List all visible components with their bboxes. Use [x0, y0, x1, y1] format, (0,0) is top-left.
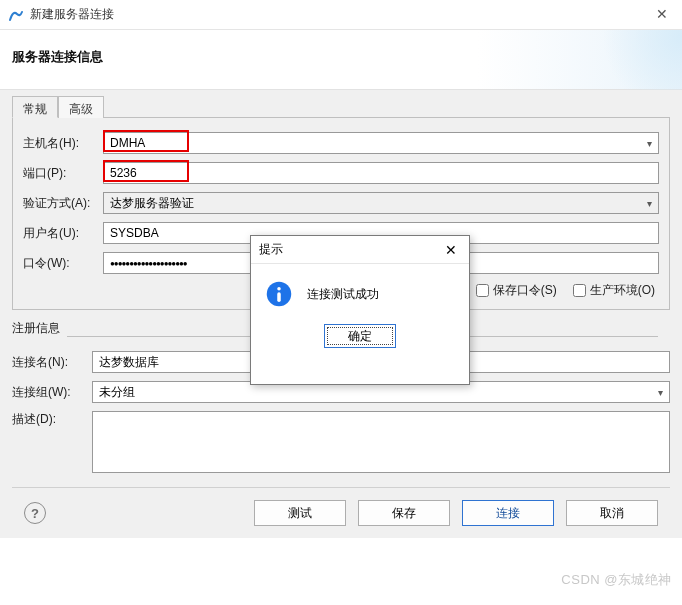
cancel-button[interactable]: 取消	[566, 500, 658, 526]
message-dialog: 提示 ✕ 连接测试成功 确定	[250, 235, 470, 385]
save-button[interactable]: 保存	[358, 500, 450, 526]
chevron-down-icon: ▾	[647, 138, 652, 149]
button-bar: ? 测试 保存 连接 取消	[12, 488, 670, 538]
info-icon	[265, 280, 293, 308]
tab-advanced[interactable]: 高级	[58, 96, 104, 118]
dialog-body: 连接测试成功	[251, 264, 469, 318]
row-host: 主机名(H): DMHA ▾	[23, 132, 659, 154]
save-password-input[interactable]	[476, 284, 489, 297]
tab-general[interactable]: 常规	[12, 96, 58, 118]
connect-button[interactable]: 连接	[462, 500, 554, 526]
port-field[interactable]	[103, 162, 659, 184]
watermark: CSDN @东城绝神	[561, 571, 672, 589]
password-label: 口令(W):	[23, 255, 103, 272]
svg-rect-2	[277, 292, 281, 302]
row-description: 描述(D):	[12, 411, 670, 473]
dialog-footer: 确定	[251, 318, 469, 360]
app-icon	[8, 7, 24, 23]
tabs: 常规 高级	[12, 96, 670, 118]
ok-button[interactable]: 确定	[324, 324, 396, 348]
header-area: 服务器连接信息	[0, 30, 682, 90]
help-button[interactable]: ?	[24, 502, 46, 524]
row-auth: 验证方式(A): 达梦服务器验证 ▾	[23, 192, 659, 214]
chevron-down-icon: ▾	[658, 387, 663, 398]
dialog-message: 连接测试成功	[307, 286, 379, 303]
auth-select[interactable]: 达梦服务器验证 ▾	[103, 192, 659, 214]
description-field[interactable]	[92, 411, 670, 473]
close-icon[interactable]: ✕	[652, 6, 672, 22]
title-bar: 新建服务器连接 ✕	[0, 0, 682, 30]
conn-group-value: 未分组	[99, 384, 135, 401]
window-title: 新建服务器连接	[30, 6, 114, 23]
row-port: 端口(P):	[23, 162, 659, 184]
host-value: DMHA	[110, 136, 145, 150]
close-icon[interactable]: ✕	[441, 242, 461, 258]
svg-rect-1	[277, 287, 281, 291]
prod-env-input[interactable]	[573, 284, 586, 297]
save-password-label: 保存口令(S)	[493, 282, 557, 299]
conn-group-label: 连接组(W):	[12, 384, 92, 401]
save-password-checkbox[interactable]: 保存口令(S)	[476, 282, 557, 299]
auth-label: 验证方式(A):	[23, 195, 103, 212]
conn-name-label: 连接名(N):	[12, 354, 92, 371]
dialog-titlebar: 提示 ✕	[251, 236, 469, 264]
port-label: 端口(P):	[23, 165, 103, 182]
register-group-title: 注册信息	[12, 321, 62, 335]
user-label: 用户名(U):	[23, 225, 103, 242]
test-button[interactable]: 测试	[254, 500, 346, 526]
auth-value: 达梦服务器验证	[110, 195, 194, 212]
description-label: 描述(D):	[12, 411, 92, 428]
chevron-down-icon: ▾	[647, 198, 652, 209]
dialog-title: 提示	[259, 241, 283, 258]
prod-env-label: 生产环境(O)	[590, 282, 655, 299]
host-field[interactable]: DMHA ▾	[103, 132, 659, 154]
page-title: 服务器连接信息	[12, 48, 670, 66]
host-label: 主机名(H):	[23, 135, 103, 152]
prod-env-checkbox[interactable]: 生产环境(O)	[573, 282, 655, 299]
